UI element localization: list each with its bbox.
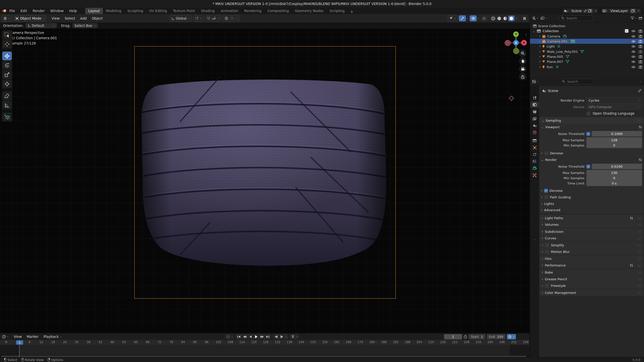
outliner-item-label[interactable]: Sun — [547, 65, 553, 69]
drag-handle-icon[interactable] — [637, 250, 641, 254]
wireframe-shading-button[interactable] — [490, 16, 496, 21]
scene-name[interactable]: Scene — [569, 9, 584, 13]
current-frame-field[interactable]: 1 — [444, 334, 462, 339]
rotate-tool[interactable] — [2, 61, 12, 70]
blender-logo-icon[interactable] — [2, 9, 7, 13]
properties-options-dropdown[interactable]: ⌄ — [639, 80, 641, 82]
presets-icon[interactable] — [638, 158, 642, 161]
move-tool[interactable] — [2, 52, 12, 60]
path-guiding-subpanel[interactable]: Path Guiding — [541, 194, 642, 200]
hide-eye-icon[interactable] — [631, 55, 635, 58]
menu-edit[interactable]: Edit — [18, 9, 30, 13]
tab-animation[interactable]: Animation — [218, 8, 241, 14]
drag-handle-icon[interactable] — [637, 263, 641, 267]
outliner-row-camera[interactable]: Camera — [530, 34, 644, 39]
drag-handle-icon[interactable] — [637, 216, 641, 220]
lights-subpanel[interactable]: Lights — [541, 201, 642, 207]
render-model[interactable] — [135, 47, 395, 298]
new-scene-button[interactable] — [587, 9, 593, 13]
render-denoise-subpanel[interactable]: ✓ Denoise — [541, 188, 642, 194]
timeline-ruler[interactable]: -661218243036424854606672788490961021081… — [0, 340, 530, 345]
chevron-down-icon[interactable]: ⌄ — [231, 335, 233, 338]
chevron-down-icon[interactable]: ⌄ — [285, 335, 287, 338]
transform-orientation-dropdown[interactable]: Global ⌄ — [170, 15, 192, 22]
timeline-editor-type-button[interactable]: ⌄ — [2, 335, 9, 339]
outliner-display-mode-button[interactable]: ⌄ — [541, 17, 547, 20]
select-box-tool[interactable] — [2, 30, 12, 39]
render-visibility-icon[interactable] — [638, 29, 642, 33]
pivot-point-dropdown[interactable]: ⌄ — [193, 15, 204, 22]
outliner-editor-type-button[interactable]: ⌄ — [532, 17, 539, 20]
motion-blur-checkbox[interactable] — [545, 250, 549, 254]
drag-handle-icon[interactable] — [637, 277, 641, 281]
render-disabled-icon[interactable] — [638, 50, 642, 53]
drag-mode-dropdown[interactable]: Select Box ⌄ — [72, 23, 98, 28]
tab-physics[interactable] — [530, 151, 539, 158]
pause-render-button[interactable] — [521, 15, 528, 21]
measure-tool[interactable] — [2, 101, 12, 109]
render-visibility-icon[interactable] — [638, 65, 642, 69]
drag-handle-icon[interactable] — [637, 223, 641, 227]
scene-selector[interactable]: ⌄ Scene ✕ — [562, 8, 599, 14]
hide-eye-icon[interactable] — [631, 35, 635, 38]
viewport-menu-object[interactable]: Object — [89, 16, 105, 20]
new-view-layer-button[interactable] — [630, 9, 636, 13]
properties-editor-type-button[interactable]: ⌄ — [532, 80, 539, 83]
tab-object[interactable] — [530, 144, 539, 151]
drag-handle-icon[interactable] — [637, 236, 641, 240]
tab-compositing[interactable]: Compositing — [264, 8, 292, 14]
add-workspace-button[interactable]: + — [348, 10, 356, 14]
render-visibility-icon[interactable] — [638, 45, 642, 48]
transform-tool[interactable] — [2, 79, 12, 88]
panel-subdivision[interactable]: Subdivision — [540, 228, 643, 235]
tab-scripting[interactable]: Scripting — [327, 8, 348, 14]
render-max-samples-field[interactable]: 130 — [586, 170, 642, 175]
step-back-button[interactable] — [273, 334, 279, 339]
proportional-editing-group[interactable]: ⌄ — [223, 15, 239, 22]
lock-view-button[interactable] — [519, 73, 527, 80]
tab-tool[interactable] — [530, 95, 539, 101]
zoom-button[interactable] — [519, 50, 527, 57]
tool-orientation-dropdown[interactable]: Default ⌄ — [25, 23, 57, 28]
tab-constraints[interactable] — [530, 158, 539, 164]
tab-texture[interactable] — [530, 172, 539, 178]
drag-handle-icon[interactable] — [637, 257, 641, 261]
hide-eye-icon[interactable] — [631, 50, 635, 53]
annotate-tool[interactable] — [2, 91, 12, 100]
menu-render[interactable]: Render — [30, 9, 48, 13]
show-gizmo-toggle[interactable] — [459, 15, 466, 21]
tab-shading[interactable]: Shading — [198, 8, 218, 14]
outliner-item-label[interactable]: Male_Low_Poly.001 — [547, 50, 578, 54]
panel-volumes[interactable]: Volumes — [540, 221, 643, 228]
advanced-subpanel[interactable]: Advanced — [541, 207, 642, 213]
properties-search-input[interactable] — [567, 79, 592, 84]
noise-threshold-checkbox[interactable]: ✓ — [586, 165, 590, 168]
new-collection-button[interactable] — [639, 17, 642, 20]
osl-checkbox[interactable] — [586, 111, 591, 116]
hide-eye-icon[interactable] — [631, 60, 635, 63]
timeline-menu-playback[interactable]: Playback⌄ — [41, 335, 64, 339]
jump-to-end-button[interactable] — [265, 334, 270, 339]
tab-view-layer[interactable] — [530, 115, 539, 122]
panel-performance[interactable]: Performance — [540, 262, 643, 268]
expand-icon[interactable] — [530, 54, 541, 59]
panel-motion-blur[interactable]: Motion Blur — [540, 248, 643, 255]
collapse-icon[interactable] — [533, 29, 535, 33]
drag-handle-icon[interactable] — [637, 291, 641, 295]
tab-layout[interactable]: Layout — [85, 8, 103, 14]
expand-icon[interactable] — [530, 65, 541, 69]
menu-help[interactable]: Help — [66, 9, 80, 13]
current-frame-indicator[interactable]: 1 — [16, 340, 23, 345]
viewport-denoise-subpanel[interactable]: Denoise — [541, 150, 642, 156]
panel-freestyle[interactable]: Freestyle — [540, 282, 643, 289]
view-layer-selector[interactable]: ⌄ ViewLayer ✕ — [601, 8, 641, 14]
step-forward-button[interactable] — [279, 334, 285, 339]
render-min-samples-field[interactable]: 0 — [586, 175, 642, 181]
timeline-menu-view[interactable]: View — [11, 335, 24, 339]
tab-object-data[interactable] — [530, 165, 539, 171]
outliner-search-input[interactable] — [566, 16, 591, 20]
mode-dropdown[interactable]: Object Mode ⌄ — [14, 15, 46, 22]
outliner-search[interactable] — [559, 15, 593, 21]
viewport-canvas[interactable]: Camera Perspective (1) Collection | Came… — [0, 29, 530, 333]
presets-icon[interactable] — [638, 125, 642, 129]
